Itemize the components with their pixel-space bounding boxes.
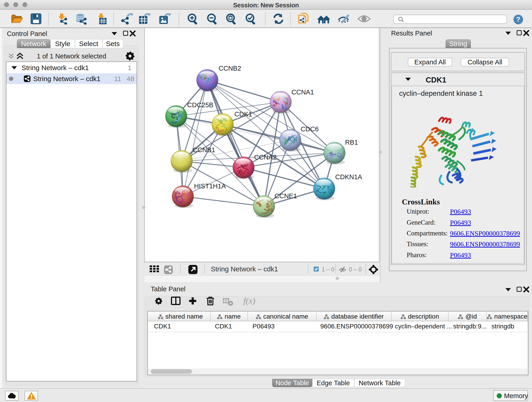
svg-text:RB1: RB1 — [345, 139, 358, 146]
svg-text:CDC25B: CDC25B — [187, 101, 213, 109]
svg-text:CDKN1A: CDKN1A — [335, 173, 362, 181]
svg-text:CDK1: CDK1 — [234, 110, 252, 118]
svg-text:CDC6: CDC6 — [301, 125, 319, 133]
svg-text:CCNB2: CCNB2 — [219, 65, 241, 72]
svg-text:CCNE1: CCNE1 — [274, 192, 297, 200]
svg-text:?: ? — [516, 15, 520, 23]
svg-text:CCNB1: CCNB1 — [193, 146, 215, 153]
svg-text:CCNA2: CCNA2 — [254, 153, 277, 161]
svg-text:HIST1H1A: HIST1H1A — [194, 182, 226, 190]
svg-text:CCNA1: CCNA1 — [291, 89, 314, 96]
